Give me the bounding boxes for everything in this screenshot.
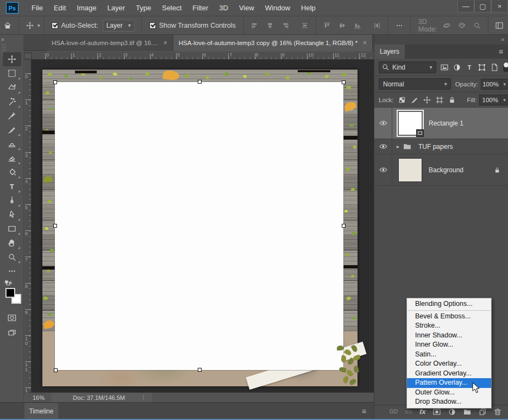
document-tab-1[interactable]: HSA-love-of-autumn-temp3.tif @ 16....× xyxy=(46,35,173,51)
menu-item-blending-options[interactable]: Blending Options... xyxy=(407,299,491,309)
link-layers-icon[interactable] xyxy=(404,408,413,416)
lock-transparent-icon[interactable] xyxy=(398,96,406,104)
lasso-tool-button[interactable] xyxy=(3,80,21,95)
canvas[interactable] xyxy=(32,60,374,392)
doc-info-box[interactable]: Doc: 37.1M/146.5M 〉 xyxy=(51,393,152,403)
filter-toggle[interactable] xyxy=(503,62,508,72)
more-options-icon[interactable] xyxy=(392,21,407,30)
align-top-icon[interactable] xyxy=(319,21,335,30)
menu-item-gradient-overlay[interactable]: Gradient Overlay... xyxy=(407,369,491,379)
opacity-chevron-icon[interactable]: ▾ xyxy=(501,79,508,90)
menu-item-bevel-emboss[interactable]: Bevel & Emboss... xyxy=(407,312,491,322)
menu-item-drop-shadow[interactable]: Drop Shadow... xyxy=(407,397,491,407)
path-selection-tool-button[interactable] xyxy=(3,208,21,222)
zoom-tool-button[interactable] xyxy=(3,250,21,264)
document-tab-2[interactable]: HSA-love-of-autumn-temp3 copy @ 16% (Rec… xyxy=(173,35,373,51)
panel-collapse-icon[interactable]: » xyxy=(501,36,504,42)
pen-tool-button[interactable] xyxy=(3,193,21,208)
magic-wand-tool-button[interactable] xyxy=(3,95,21,109)
clone-stamp-tool-button[interactable] xyxy=(3,137,21,151)
hand-tool-button[interactable] xyxy=(3,236,21,250)
edit-toolbar-button[interactable] xyxy=(3,264,21,278)
layer-row-tuf-papers[interactable]: ▸TUF papers xyxy=(374,139,508,154)
tab-close-icon[interactable]: × xyxy=(363,39,367,47)
transform-handle[interactable] xyxy=(342,80,346,84)
layers-tab[interactable]: Layers xyxy=(374,45,405,59)
eraser-tool-button[interactable] xyxy=(3,151,21,165)
quick-mask-button[interactable] xyxy=(3,311,21,325)
home-icon[interactable] xyxy=(0,21,15,30)
transform-handle[interactable] xyxy=(342,224,346,228)
timeline-menu-icon[interactable]: ≡ xyxy=(362,407,366,416)
layer-row-background[interactable]: Background xyxy=(374,154,508,186)
image-filter-icon[interactable] xyxy=(440,63,449,72)
layer-row-rectangle-1[interactable]: Rectangle 1 xyxy=(374,108,508,139)
ruler-origin-box[interactable] xyxy=(24,52,32,60)
transform-handle[interactable] xyxy=(198,80,202,84)
transform-handle[interactable] xyxy=(53,224,57,228)
menu-item-stroke[interactable]: Stroke... xyxy=(407,321,491,331)
smart-object-filter-icon[interactable] xyxy=(490,63,499,72)
type-tool-button[interactable]: T xyxy=(3,179,21,193)
auto-select-target-dropdown[interactable]: Layer ▾ xyxy=(103,20,135,32)
fill-chevron-icon[interactable]: ▾ xyxy=(501,95,508,105)
menu-item-color-overlay[interactable]: Color Overlay... xyxy=(407,359,491,369)
align-center-horizontal-icon[interactable] xyxy=(262,21,278,30)
rectangular-marquee-tool-button[interactable] xyxy=(3,66,21,80)
fx-icon[interactable]: fx xyxy=(419,408,426,416)
menu-type[interactable]: Type xyxy=(130,0,156,16)
transform-handle[interactable] xyxy=(53,80,57,84)
tools-collapse-icon[interactable]: » xyxy=(1,36,4,42)
menu-image[interactable]: Image xyxy=(71,0,102,16)
type-filter-icon[interactable]: T xyxy=(465,63,474,72)
tab-close-icon[interactable]: × xyxy=(164,39,167,47)
menu-select[interactable]: Select xyxy=(156,0,187,16)
new-group-icon[interactable] xyxy=(463,408,472,416)
vertical-ruler[interactable]: 0123456789101112 xyxy=(24,60,32,392)
align-right-icon[interactable] xyxy=(278,21,293,30)
menu-item-inner-glow[interactable]: Inner Glow... xyxy=(407,340,491,350)
layer-name[interactable]: Background xyxy=(429,166,463,174)
eyedropper-tool-button[interactable] xyxy=(3,109,21,123)
distribute-vertical-icon[interactable] xyxy=(369,21,385,30)
lock-paint-icon[interactable] xyxy=(410,96,419,104)
distribute-horizontal-icon[interactable] xyxy=(297,21,312,30)
menu-window[interactable]: Window xyxy=(260,0,296,16)
align-bottom-icon[interactable] xyxy=(350,21,365,30)
layer-visibility-eye-icon[interactable] xyxy=(374,108,392,139)
opacity-value[interactable]: 100% xyxy=(481,79,501,90)
foreground-color-swatch[interactable] xyxy=(5,288,15,298)
filter-kind-dropdown[interactable]: Kind ▾ xyxy=(379,61,436,73)
timeline-tab[interactable]: Timeline xyxy=(24,403,58,419)
layer-name[interactable]: TUF papers xyxy=(418,143,453,151)
menu-view[interactable]: View xyxy=(234,0,260,16)
photoshop-logo-icon[interactable]: Ps xyxy=(6,2,18,14)
layer-visibility-eye-icon[interactable] xyxy=(374,154,392,185)
adjustment-layer-icon[interactable] xyxy=(448,408,456,416)
rectangle-shape-layer[interactable] xyxy=(55,82,343,370)
document-image[interactable] xyxy=(42,70,358,386)
move-tool-icon[interactable] xyxy=(22,21,37,30)
layer-name[interactable]: Rectangle 1 xyxy=(429,120,463,127)
lock-artboard-icon[interactable] xyxy=(435,96,444,104)
menu-3d[interactable]: 3D xyxy=(214,0,234,16)
group-expand-chevron-icon[interactable]: ▸ xyxy=(397,143,399,149)
brush-tool-button[interactable] xyxy=(3,123,21,137)
menu-item-satin[interactable]: Satin... xyxy=(407,350,491,360)
adjustment-filter-icon[interactable] xyxy=(453,63,461,72)
layer-mask-icon[interactable] xyxy=(432,408,441,416)
tool-preset-chevron-icon[interactable]: ▾ xyxy=(37,23,40,28)
delete-layer-icon[interactable] xyxy=(493,408,502,416)
menu-help[interactable]: Help xyxy=(296,0,321,16)
new-layer-icon[interactable] xyxy=(478,408,487,416)
fill-value[interactable]: 100% xyxy=(479,95,501,105)
status-expand-icon[interactable]: 〉 xyxy=(142,393,148,402)
paint-bucket-tool-button[interactable] xyxy=(3,165,21,179)
menu-filter[interactable]: Filter xyxy=(187,0,214,16)
transform-handle[interactable] xyxy=(54,368,58,372)
rectangle-tool-button[interactable] xyxy=(3,222,21,236)
menu-file[interactable]: File xyxy=(26,0,48,16)
show-transform-checkbox[interactable] xyxy=(149,22,156,29)
minimize-button[interactable]: — xyxy=(457,1,474,12)
shape-filter-icon[interactable] xyxy=(478,63,486,72)
